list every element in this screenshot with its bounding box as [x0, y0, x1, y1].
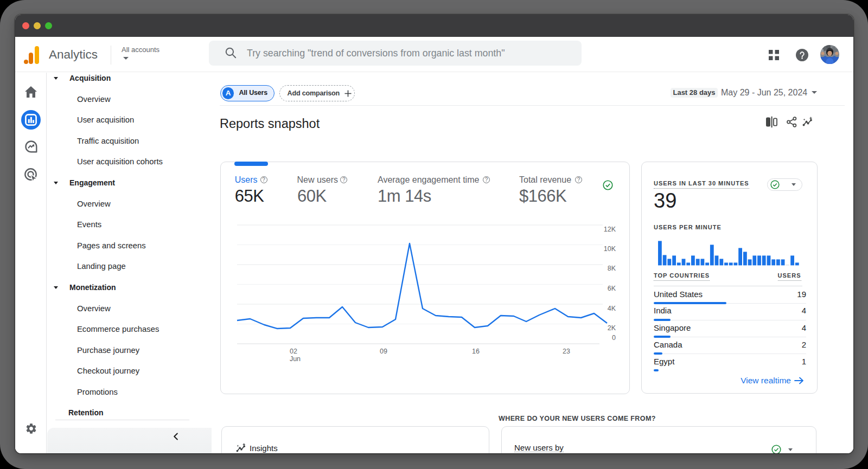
svg-text:23: 23: [563, 348, 570, 355]
svg-text:Jun: Jun: [290, 355, 301, 363]
svg-text:12K: 12K: [604, 226, 616, 233]
svg-text:8K: 8K: [608, 265, 616, 272]
svg-text:0: 0: [612, 334, 616, 342]
svg-text:4K: 4K: [608, 305, 616, 312]
svg-text:16: 16: [472, 348, 480, 355]
svg-text:02: 02: [290, 348, 297, 355]
svg-text:2K: 2K: [608, 324, 616, 332]
svg-text:10K: 10K: [604, 245, 616, 253]
svg-text:6K: 6K: [608, 285, 616, 292]
svg-text:09: 09: [380, 348, 387, 355]
